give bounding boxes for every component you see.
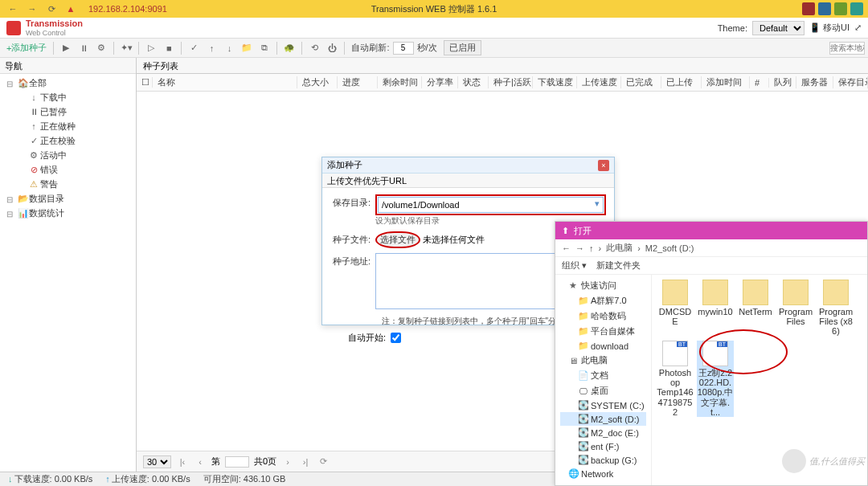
- file-item[interactable]: 王z制z.2022.HD.1080p.中文字幕.t...: [697, 341, 734, 416]
- ext-icon-2[interactable]: [818, 2, 831, 15]
- choose-file-button[interactable]: 选择文件: [375, 231, 420, 248]
- location-icon[interactable]: 📁: [238, 40, 256, 56]
- tree-drive-g[interactable]: 💽backup (G:): [560, 453, 646, 467]
- forward-icon[interactable]: →: [24, 2, 40, 15]
- page-size-select[interactable]: 30: [143, 455, 171, 468]
- theme-select[interactable]: Default: [752, 21, 805, 35]
- col-status[interactable]: 状态: [458, 76, 489, 88]
- tree-checking[interactable]: ✓正在校验: [6, 133, 136, 148]
- dialog-title-bar[interactable]: 添加种子 ×: [322, 157, 614, 174]
- prev-page-icon[interactable]: ‹: [194, 457, 207, 467]
- col-added[interactable]: 添加时间: [702, 76, 750, 88]
- folder-item[interactable]: NetTerm: [737, 280, 774, 336]
- tree-drive-e[interactable]: 💽M2_doc (E:): [560, 426, 646, 439]
- tree-paused[interactable]: ⏸已暂停: [6, 104, 136, 119]
- folder-item[interactable]: Program Files: [777, 280, 814, 336]
- tree-folder-hh[interactable]: 📁哈哈数码: [560, 308, 646, 324]
- folder-item[interactable]: Program Files (x86): [817, 280, 854, 336]
- tree-folder-dl[interactable]: 📁download: [560, 339, 646, 353]
- col-progress[interactable]: 进度: [338, 76, 378, 88]
- no-file-text: 未选择任何文件: [423, 235, 485, 244]
- tree-desktop[interactable]: 🖵桌面: [560, 383, 646, 398]
- tree-folder-a[interactable]: 📁A群辉7.0: [560, 293, 646, 308]
- move-up-icon[interactable]: ↑: [203, 40, 220, 56]
- resume-icon[interactable]: ▷: [142, 40, 160, 56]
- col-checkbox[interactable]: ☐: [137, 77, 153, 88]
- stop-icon[interactable]: ■: [160, 40, 178, 56]
- crumb-pc[interactable]: 此电脑: [606, 242, 633, 254]
- organize-menu[interactable]: 组织 ▾: [562, 259, 587, 272]
- add-torrent-button[interactable]: + 添加种子: [3, 40, 50, 56]
- back-icon[interactable]: ←: [5, 2, 21, 15]
- next-page-icon[interactable]: ›: [281, 457, 294, 467]
- auto-refresh-enabled[interactable]: 已启用: [444, 40, 481, 55]
- tree-docs[interactable]: 📄文档: [560, 368, 646, 383]
- tree-drive-c[interactable]: 💽SYSTEM (C:): [560, 398, 646, 412]
- tree-all[interactable]: 🏠全部: [6, 76, 136, 90]
- tree-active[interactable]: ⚙活动中: [6, 148, 136, 162]
- pause-icon[interactable]: ⏸: [75, 40, 92, 56]
- col-num[interactable]: #: [750, 78, 769, 88]
- tree-drive-f[interactable]: 💽ent (F:): [560, 439, 646, 453]
- col-remain[interactable]: 剩余时间: [378, 76, 422, 88]
- nav-back-icon[interactable]: ←: [562, 243, 571, 253]
- close-icon[interactable]: ×: [598, 160, 609, 171]
- ext-icon-3[interactable]: [834, 2, 847, 15]
- mobile-ui-link[interactable]: 📱 移动UI: [809, 22, 850, 34]
- crumb-drive[interactable]: M2_soft (D:): [645, 243, 694, 253]
- col-seed-act[interactable]: 种子|活跃: [489, 76, 533, 88]
- col-queue[interactable]: 队列: [769, 76, 796, 88]
- save-dir-input[interactable]: [378, 197, 604, 213]
- refresh-grid-icon[interactable]: ⟳: [317, 456, 330, 467]
- folder-item[interactable]: DMCSDE: [657, 280, 694, 336]
- col-size[interactable]: 总大小: [297, 76, 338, 88]
- col-name[interactable]: 名称: [153, 76, 297, 88]
- tree-downloading[interactable]: ↓下载中: [6, 90, 136, 104]
- tree-network[interactable]: 🌐Network: [560, 467, 646, 480]
- nav-up-icon[interactable]: ↑: [589, 243, 594, 253]
- nav-fwd-icon[interactable]: →: [575, 243, 584, 253]
- tree-warn[interactable]: ⚠警告: [6, 177, 136, 191]
- new-folder-button[interactable]: 新建文件夹: [596, 259, 641, 272]
- page-input[interactable]: [225, 456, 249, 468]
- auto-start-checkbox[interactable]: [391, 333, 401, 343]
- folder-item[interactable]: mywin10: [697, 280, 734, 336]
- first-page-icon[interactable]: |‹: [176, 457, 189, 467]
- ext-icon-4[interactable]: [850, 2, 863, 15]
- expand-icon[interactable]: ⤢: [854, 22, 862, 33]
- url-text[interactable]: 192.168.2.104:9091: [88, 4, 167, 14]
- col-ul[interactable]: 上传速度: [577, 76, 621, 88]
- verify-icon[interactable]: ✓: [185, 40, 203, 56]
- copy-icon[interactable]: ⧉: [256, 40, 273, 56]
- tree-seeding[interactable]: ↑正在做种: [6, 119, 136, 133]
- file-dialog-title[interactable]: 打开: [555, 222, 867, 239]
- col-savedir[interactable]: 保存目录: [833, 76, 868, 88]
- tree-folder-pt[interactable]: 📁平台自媒体: [560, 324, 646, 339]
- move-down-icon[interactable]: ↓: [220, 40, 238, 56]
- speed-limit-icon[interactable]: 🐢: [280, 40, 298, 56]
- last-page-icon[interactable]: ›|: [299, 457, 312, 467]
- search-input[interactable]: [829, 42, 865, 55]
- tree-data-dir[interactable]: 📂数据目录: [6, 191, 136, 206]
- col-share[interactable]: 分享率: [422, 76, 458, 88]
- reload-icon[interactable]: ⟳: [43, 2, 59, 15]
- tree-this-pc[interactable]: 🖥此电脑: [560, 353, 646, 368]
- file-item[interactable]: PhotoshopTemp14647198752: [657, 341, 694, 416]
- plugin-icon[interactable]: ✦▾: [117, 40, 135, 56]
- col-dl[interactable]: 下载速度: [533, 76, 577, 88]
- col-done[interactable]: 已完成: [621, 76, 661, 88]
- auto-refresh-input[interactable]: [393, 42, 414, 55]
- start-icon[interactable]: ▶: [57, 40, 75, 56]
- power-icon[interactable]: ⏻: [323, 40, 341, 56]
- tree-error[interactable]: ⊘错误: [6, 162, 136, 177]
- col-tracker[interactable]: 服务器: [796, 76, 833, 88]
- reload-all-icon[interactable]: ⟲: [305, 40, 323, 56]
- tree-quick[interactable]: ★快速访问: [560, 278, 646, 293]
- col-uploaded[interactable]: 已上传: [661, 76, 702, 88]
- grid-tab[interactable]: 种子列表: [137, 58, 868, 74]
- tree-stats[interactable]: 📊数据统计: [6, 206, 136, 220]
- ext-icon-1[interactable]: [802, 2, 815, 15]
- settings-icon[interactable]: ⚙: [92, 40, 110, 56]
- page-title: Transmission WEB 控制器 1.6.1: [371, 3, 497, 15]
- tree-drive-d[interactable]: 💽M2_soft (D:): [560, 412, 646, 426]
